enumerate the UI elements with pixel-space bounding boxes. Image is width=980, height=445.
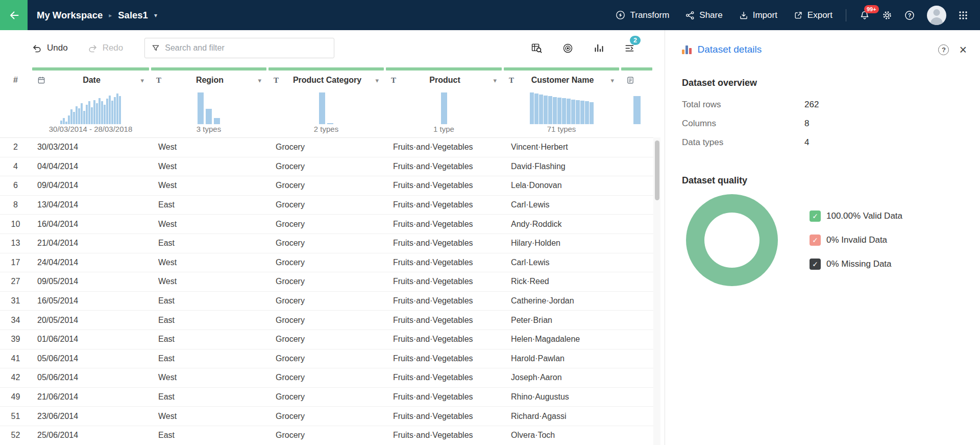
cell-region[interactable]: East — [150, 200, 267, 209]
cell-customer-name[interactable]: Lela·Donovan — [503, 181, 620, 190]
cell-region[interactable]: East — [150, 316, 267, 325]
cell-region[interactable]: East — [150, 431, 267, 440]
cell-product-category[interactable]: Grocery — [267, 316, 385, 325]
cell-product-category[interactable]: Grocery — [267, 143, 385, 152]
table-row[interactable]: 404/04/2014WestGroceryFruits·and·Vegetab… — [0, 157, 653, 177]
cell-product[interactable]: Fruits·and·Vegetables — [385, 277, 503, 286]
column-header-customer-name[interactable]: TCustomer Name▾71 types — [503, 67, 620, 137]
cell-region[interactable]: West — [150, 258, 267, 267]
cell-product[interactable]: Fruits·and·Vegetables — [385, 392, 503, 402]
table-row[interactable]: 4205/06/2014WestGroceryFruits·and·Vegeta… — [0, 368, 653, 388]
checkbox-checked-icon[interactable]: ✓ — [810, 235, 821, 246]
cell-product[interactable]: Fruits·and·Vegetables — [385, 296, 503, 306]
column-histogram[interactable] — [31, 90, 150, 125]
cell-date[interactable]: 09/04/2014 — [31, 181, 150, 190]
cell-customer-name[interactable]: Catherine·Jordan — [503, 296, 620, 306]
cell-customer-name[interactable]: Hilary·Holden — [503, 239, 620, 248]
cell-region[interactable]: West — [150, 181, 267, 190]
redo-button[interactable]: Redo — [87, 43, 124, 53]
cell-product-category[interactable]: Grocery — [267, 258, 385, 267]
table-row[interactable]: 4921/06/2014EastGroceryFruits·and·Vegeta… — [0, 388, 653, 407]
cell-product-category[interactable]: Grocery — [267, 335, 385, 344]
cell-customer-name[interactable]: Carl·Lewis — [503, 258, 620, 267]
cell-date[interactable]: 04/04/2014 — [31, 162, 150, 171]
cell-product-category[interactable]: Grocery — [267, 412, 385, 421]
column-header-date[interactable]: Date▾30/03/2014 - 28/03/2018 — [31, 67, 150, 137]
column-header-product-category[interactable]: TProduct Category▾2 types — [267, 67, 385, 137]
cell-product[interactable]: Fruits·and·Vegetables — [385, 373, 503, 382]
cell-region[interactable]: East — [150, 392, 267, 402]
cell-customer-name[interactable]: Olvera·Toch — [503, 431, 620, 440]
cell-customer-name[interactable]: Peter·Brian — [503, 316, 620, 325]
table-row[interactable]: 813/04/2014EastGroceryFruits·and·Vegetab… — [0, 196, 653, 215]
cell-product[interactable]: Fruits·and·Vegetables — [385, 200, 503, 209]
table-row[interactable]: 5225/06/2014EastGroceryFruits·and·Vegeta… — [0, 426, 653, 445]
cell-region[interactable]: East — [150, 239, 267, 248]
table-row[interactable]: 1016/04/2014WestGroceryFruits·and·Vegeta… — [0, 215, 653, 234]
cell-customer-name[interactable]: Carl·Lewis — [503, 200, 620, 209]
help-button[interactable]: ? — [904, 10, 915, 20]
vertical-scrollbar[interactable] — [653, 30, 660, 445]
table-row[interactable]: 3116/05/2014EastGroceryFruits·and·Vegeta… — [0, 292, 653, 311]
cell-region[interactable]: West — [150, 277, 267, 286]
table-row[interactable]: 609/04/2014WestGroceryFruits·and·Vegetab… — [0, 176, 653, 196]
cell-customer-name[interactable]: Helen·Magadalene — [503, 335, 620, 344]
panel-close-icon[interactable]: × — [959, 44, 967, 55]
cell-product[interactable]: Fruits·and·Vegetables — [385, 412, 503, 421]
cell-product-category[interactable]: Grocery — [267, 431, 385, 440]
cell-customer-name[interactable]: Joseph·Aaron — [503, 373, 620, 382]
search-input[interactable] — [165, 43, 327, 53]
cell-date[interactable]: 05/06/2014 — [31, 354, 150, 363]
column-histogram[interactable] — [503, 90, 620, 125]
cell-customer-name[interactable]: David·Flashing — [503, 162, 620, 171]
apps-grid-button[interactable] — [959, 11, 968, 20]
cell-product-category[interactable]: Grocery — [267, 373, 385, 382]
cell-date[interactable]: 25/06/2014 — [31, 431, 150, 440]
checkbox-checked-icon[interactable]: ✓ — [810, 210, 821, 222]
column-menu-caret[interactable]: ▾ — [372, 77, 379, 84]
table-row[interactable]: 4105/06/2014EastGroceryFruits·and·Vegeta… — [0, 349, 653, 369]
table-row[interactable]: 3901/06/2014EastGroceryFruits·and·Vegeta… — [0, 330, 653, 349]
column-header-region[interactable]: TRegion▾3 types — [150, 67, 267, 137]
scrollbar-thumb[interactable] — [655, 140, 659, 200]
cell-date[interactable]: 16/05/2014 — [31, 296, 150, 306]
column-stats-button[interactable] — [594, 43, 604, 53]
cell-product-category[interactable]: Grocery — [267, 220, 385, 229]
cell-region[interactable]: West — [150, 162, 267, 171]
cell-product-category[interactable]: Grocery — [267, 162, 385, 171]
column-histogram[interactable] — [267, 90, 385, 125]
cell-date[interactable]: 21/06/2014 — [31, 392, 150, 402]
dataset-name[interactable]: Sales1 — [118, 10, 148, 21]
cell-date[interactable]: 01/06/2014 — [31, 335, 150, 344]
column-header-product[interactable]: TProduct▾1 type — [385, 67, 503, 137]
workspace-name[interactable]: My Workspace — [37, 10, 103, 21]
cell-product-category[interactable]: Grocery — [267, 296, 385, 306]
share-button[interactable]: Share — [685, 10, 722, 20]
panel-help-icon[interactable]: ? — [938, 44, 949, 55]
cell-customer-name[interactable]: Harold·Pawlan — [503, 354, 620, 363]
column-menu-caret[interactable]: ▾ — [607, 77, 614, 84]
column-histogram[interactable] — [620, 90, 653, 125]
column-histogram[interactable] — [385, 90, 503, 125]
cell-date[interactable]: 09/05/2014 — [31, 277, 150, 286]
import-button[interactable]: Import — [739, 10, 777, 20]
data-quality-button[interactable] — [562, 43, 573, 54]
notifications-button[interactable]: 99+ — [860, 10, 870, 20]
user-avatar[interactable] — [927, 6, 946, 25]
column-histogram[interactable] — [150, 90, 267, 125]
cell-product-category[interactable]: Grocery — [267, 181, 385, 190]
column-menu-caret[interactable]: ▾ — [137, 77, 144, 84]
cell-region[interactable]: West — [150, 412, 267, 421]
cell-customer-name[interactable]: Vincent·Herbert — [503, 143, 620, 152]
table-row[interactable]: 2709/05/2014WestGroceryFruits·and·Vegeta… — [0, 272, 653, 292]
cell-customer-name[interactable]: Rhino·Augustus — [503, 392, 620, 402]
table-row[interactable]: 1321/04/2014EastGroceryFruits·and·Vegeta… — [0, 234, 653, 253]
cell-product-category[interactable]: Grocery — [267, 277, 385, 286]
cell-date[interactable]: 05/06/2014 — [31, 373, 150, 382]
column-header-hidden[interactable]: ▾ — [620, 67, 653, 137]
settings-button[interactable] — [882, 10, 892, 20]
cell-product[interactable]: Fruits·and·Vegetables — [385, 431, 503, 440]
data-search-button[interactable] — [531, 42, 542, 54]
cell-product[interactable]: Fruits·and·Vegetables — [385, 354, 503, 363]
cell-date[interactable]: 20/05/2014 — [31, 316, 150, 325]
